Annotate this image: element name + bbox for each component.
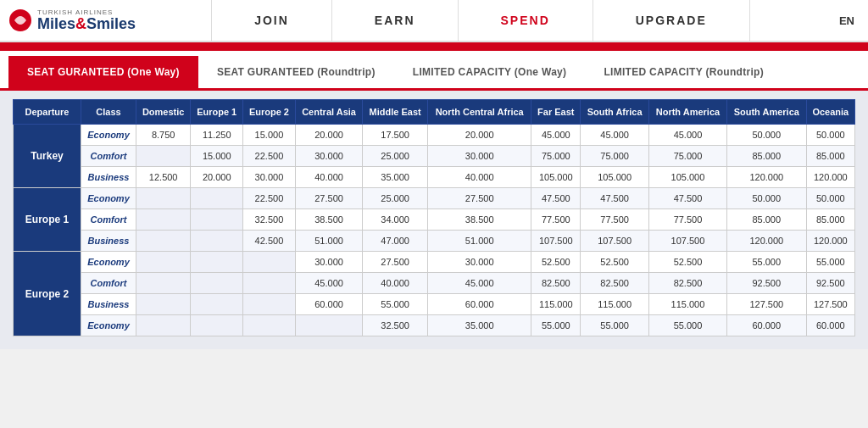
class-cell: Comfort: [81, 209, 136, 231]
col-north-america: North America: [649, 100, 727, 125]
value-cell: 120.000: [726, 167, 806, 188]
table-row: Comfort45.00040.00045.00082.50082.50082.…: [14, 273, 855, 294]
value-cell: 27.500: [428, 188, 531, 209]
value-cell: 51.000: [295, 231, 363, 252]
value-cell: 77.500: [531, 209, 581, 231]
col-departure: Departure: [14, 100, 81, 125]
value-cell: 105.000: [531, 167, 581, 188]
value-cell: 82.500: [531, 273, 581, 294]
col-europe1: Europe 1: [191, 100, 243, 125]
value-cell: [191, 188, 243, 209]
value-cell: [136, 315, 191, 336]
value-cell: 55.000: [726, 252, 806, 273]
value-cell: [136, 273, 191, 294]
miles-table: Departure Class Domestic Europe 1 Europe…: [13, 99, 855, 336]
class-cell: Economy: [81, 125, 136, 146]
table-row: Business60.00055.00060.000115.000115.000…: [14, 294, 855, 315]
class-cell: Business: [81, 231, 136, 252]
value-cell: 38.500: [428, 209, 531, 231]
class-cell: Business: [81, 294, 136, 315]
value-cell: 75.000: [581, 146, 649, 167]
value-cell: 47.500: [581, 188, 649, 209]
value-cell: [136, 209, 191, 231]
value-cell: 85.000: [806, 146, 854, 167]
turkish-airlines-icon: [8, 8, 32, 32]
value-cell: 45.000: [581, 125, 649, 146]
value-cell: 75.000: [531, 146, 581, 167]
nav-earn[interactable]: EARN: [332, 0, 459, 42]
value-cell: 51.000: [428, 231, 531, 252]
value-cell: 115.000: [531, 294, 581, 315]
value-cell: 50.000: [726, 125, 806, 146]
col-far-east: Far East: [531, 100, 581, 125]
value-cell: 60.000: [295, 294, 363, 315]
value-cell: 120.000: [806, 231, 854, 252]
value-cell: 45.000: [531, 125, 581, 146]
value-cell: [243, 252, 296, 273]
tab-seat-one-way[interactable]: SEAT GURANTEED (One Way): [8, 56, 198, 88]
table-row: Europe 2Economy30.00027.50030.00052.5005…: [14, 252, 855, 273]
value-cell: 32.500: [363, 315, 428, 336]
value-cell: 105.000: [649, 167, 727, 188]
value-cell: 40.000: [295, 167, 363, 188]
class-cell: Economy: [81, 188, 136, 209]
col-south-africa: South Africa: [581, 100, 649, 125]
class-cell: Comfort: [81, 146, 136, 167]
tab-limited-roundtrip[interactable]: LIMITED CAPACITY (Roundtrip): [585, 56, 782, 88]
value-cell: 85.000: [726, 146, 806, 167]
value-cell: 30.000: [243, 167, 296, 188]
value-cell: [136, 252, 191, 273]
value-cell: 30.000: [428, 146, 531, 167]
col-oceania: Oceania: [806, 100, 854, 125]
class-cell: Economy: [81, 315, 136, 336]
value-cell: 60.000: [428, 294, 531, 315]
tab-seat-roundtrip[interactable]: SEAT GURANTEED (Roundtrip): [198, 56, 394, 88]
lang-selector[interactable]: EN: [826, 14, 868, 27]
table-container: Departure Class Domestic Europe 1 Europe…: [0, 91, 868, 349]
nav-spend[interactable]: SPEND: [459, 0, 593, 42]
departure-cell: Europe 1: [14, 188, 81, 252]
value-cell: 107.500: [581, 231, 649, 252]
value-cell: [243, 294, 296, 315]
table-row: TurkeyEconomy8.75011.25015.00020.00017.5…: [14, 125, 855, 146]
tab-limited-one-way[interactable]: LIMITED CAPACITY (One Way): [394, 56, 586, 88]
value-cell: 12.500: [136, 167, 191, 188]
value-cell: [136, 294, 191, 315]
value-cell: 82.500: [649, 273, 727, 294]
value-cell: [243, 273, 296, 294]
value-cell: 42.500: [243, 231, 296, 252]
value-cell: [191, 231, 243, 252]
value-cell: 50.000: [726, 188, 806, 209]
value-cell: 85.000: [806, 209, 854, 231]
value-cell: 120.000: [806, 167, 854, 188]
value-cell: 32.500: [243, 209, 296, 231]
value-cell: 8.750: [136, 125, 191, 146]
value-cell: 34.000: [363, 209, 428, 231]
value-cell: 30.000: [295, 252, 363, 273]
header: TURKISH AIRLINES Miles&Smiles JOIN EARN …: [0, 0, 868, 42]
value-cell: 35.000: [428, 315, 531, 336]
value-cell: 115.000: [649, 294, 727, 315]
value-cell: 30.000: [295, 146, 363, 167]
value-cell: 92.500: [726, 273, 806, 294]
nav-join[interactable]: JOIN: [211, 0, 332, 42]
table-row: Comfort32.50038.50034.00038.50077.50077.…: [14, 209, 855, 231]
value-cell: 85.000: [726, 209, 806, 231]
nav-upgrade[interactable]: UPGRADE: [593, 0, 750, 42]
nav-links: JOIN EARN SPEND UPGRADE: [136, 0, 826, 42]
value-cell: 120.000: [726, 231, 806, 252]
value-cell: [136, 146, 191, 167]
value-cell: 15.000: [191, 146, 243, 167]
value-cell: 55.000: [363, 294, 428, 315]
value-cell: [136, 188, 191, 209]
class-cell: Business: [81, 167, 136, 188]
value-cell: 11.250: [191, 125, 243, 146]
value-cell: [191, 294, 243, 315]
value-cell: 127.500: [806, 294, 854, 315]
value-cell: 20.000: [428, 125, 531, 146]
col-south-america: South America: [726, 100, 806, 125]
class-cell: Economy: [81, 252, 136, 273]
value-cell: 35.000: [363, 167, 428, 188]
value-cell: 107.500: [531, 231, 581, 252]
value-cell: 60.000: [726, 315, 806, 336]
